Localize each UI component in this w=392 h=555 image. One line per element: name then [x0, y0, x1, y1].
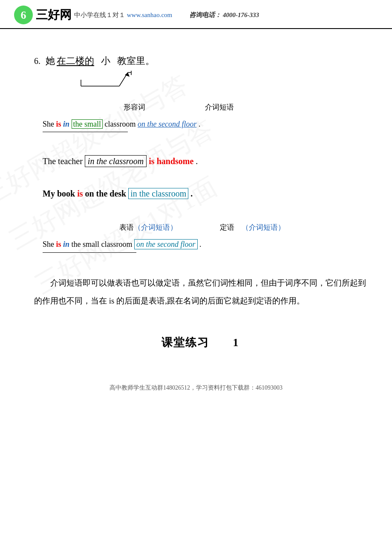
en-sentence1: She is in the small classroom on the sec…	[43, 117, 366, 132]
word-the1: The	[43, 156, 56, 166]
word-on-secondfloor: on the second floor	[138, 120, 196, 128]
section6-line: 6. 她 在二楼的 小 教室里。	[34, 55, 366, 67]
zh-she: 她	[46, 55, 55, 67]
word-handsome: handsome	[157, 156, 194, 166]
word-thesmall: the small	[72, 119, 103, 129]
footer: 高中教师学生互动群148026512，学习资料打包下载群：461093003	[0, 384, 392, 400]
word-period3: .	[190, 189, 193, 198]
phone-label: 咨询电话：	[189, 12, 221, 18]
word-in-classroom-teal: in the classroom	[128, 188, 188, 199]
word-in-classroom-box: in the classroom	[85, 155, 147, 167]
word-in2: in	[63, 240, 69, 249]
word-is4: is	[56, 240, 61, 249]
word-mybook: My book	[43, 189, 77, 198]
word-period4: .	[199, 240, 202, 249]
label-prepphrase: 介词短语	[205, 102, 234, 112]
word-she2: She	[43, 240, 56, 249]
she-sentence2: She is in the small classroom on the sec…	[43, 237, 366, 252]
word-on-secondfloor2: on the second floor	[134, 239, 197, 249]
word-period2: .	[196, 156, 198, 166]
label-adjective: 形容词	[124, 102, 145, 112]
zh-small: 小	[101, 55, 110, 67]
phone-number: 4000-176-333	[223, 12, 259, 18]
header-subtitle: 中小学在线１对１ www.sanhao.com	[74, 11, 172, 19]
svg-text:6: 6	[21, 9, 26, 21]
teacher-sentence: The teacher in the classroom is handsome…	[43, 153, 366, 169]
section-number: 6.	[34, 56, 40, 66]
word-period1: .	[199, 120, 201, 128]
bracket-diagram	[68, 69, 179, 90]
word-small-classroom2: the small classroom	[72, 240, 134, 249]
explanation-text: 介词短语即可以做表语也可以做定语，虽然它们词性相同，但由于词序不同，它们所起到的…	[34, 274, 366, 310]
zh-at-second: 在二楼的	[57, 55, 94, 67]
subtitle-text: 中小学在线１对１	[74, 12, 125, 18]
labels-row: 形容词 介词短语	[34, 102, 366, 112]
word-she: She	[43, 120, 56, 128]
word-classroom1: classroom	[105, 120, 138, 128]
label-biao: 表语（介词短语）	[119, 223, 177, 232]
zh-classroom: 教室里。	[117, 55, 155, 67]
underline-decoration	[43, 132, 128, 132]
header-url[interactable]: www.sanhao.com	[127, 12, 173, 18]
logo-text: 三好网	[36, 7, 72, 23]
labels2-row: 表语（介词短语） 定语 （介词短语）	[34, 223, 366, 232]
word-onthedesk: on the desk	[85, 189, 128, 198]
label-ding: 定语 （介词短语）	[220, 223, 285, 232]
word-in1: in	[63, 120, 69, 128]
section6: 6. 她 在二楼的 小 教室里。 形容词 介词短语 She is	[34, 55, 366, 132]
word-is2: is	[149, 156, 154, 166]
header-phone: 咨询电话： 4000-176-333	[189, 11, 259, 19]
mybook-sentence: My book is on the desk in the classroom …	[43, 186, 366, 201]
practice-title: 课堂练习 1	[34, 335, 366, 350]
word-teacher: teacher	[58, 156, 85, 166]
header: 6 三好网 中小学在线１对１ www.sanhao.com 咨询电话： 4000…	[0, 0, 392, 29]
word-is3: is	[77, 189, 83, 198]
main-content: 6. 她 在二楼的 小 教室里。 形容词 介词短语 She is	[0, 29, 392, 367]
word-is1: is	[56, 120, 61, 128]
logo-icon: 6	[13, 4, 34, 26]
underline2	[43, 252, 136, 253]
logo-area: 6 三好网	[13, 4, 72, 26]
